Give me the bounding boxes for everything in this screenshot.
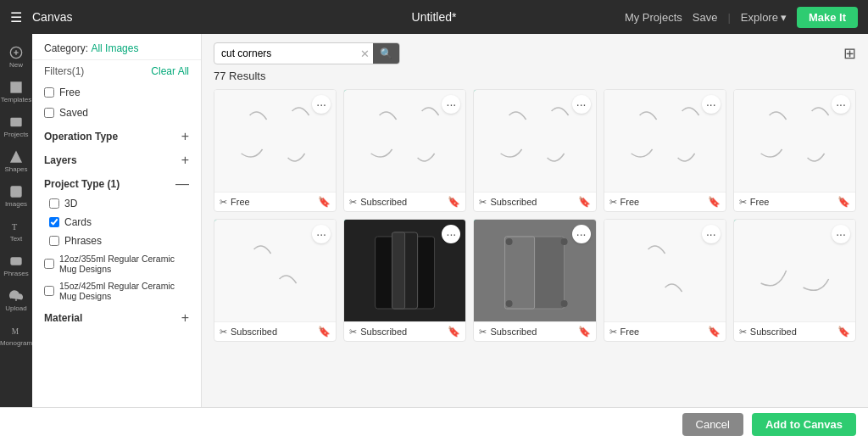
3d-checkbox[interactable]: [49, 198, 59, 209]
svg-text:T: T: [12, 222, 18, 232]
sidebar-item-templates[interactable]: Templates: [1, 75, 31, 109]
card-price: Subscribed: [231, 327, 277, 337]
material-expand[interactable]: +: [181, 311, 189, 325]
mug425-checkbox[interactable]: [44, 286, 54, 296]
filter-row: Filters(1) Clear All: [32, 59, 201, 82]
sidebar-item-images[interactable]: Images: [1, 180, 31, 213]
card-price: Subscribed: [360, 327, 407, 337]
mug355-checkbox[interactable]: [44, 259, 54, 269]
card-price: Free: [750, 197, 770, 207]
cut-icon: ✂: [220, 197, 227, 208]
card-price: Subscribed: [360, 197, 407, 207]
svg-rect-5: [11, 88, 15, 92]
makeit-button[interactable]: Make It: [797, 7, 858, 28]
card-more-button[interactable]: ···: [832, 225, 850, 243]
card-more-button[interactable]: ···: [832, 95, 850, 114]
sidebar-item-monogram[interactable]: M Monogram: [1, 319, 31, 352]
sidebar-item-new[interactable]: New: [1, 41, 31, 74]
bookmark-icon[interactable]: 🔖: [837, 196, 850, 208]
svg-point-10: [14, 189, 15, 191]
bookmark-icon[interactable]: 🔖: [708, 326, 721, 338]
template-card[interactable]: a ··· ✂ Subscribed 🔖: [343, 219, 466, 342]
operation-type-expand[interactable]: +: [181, 130, 189, 143]
bottom-bar: Cancel Add to Canvas: [0, 407, 868, 441]
svg-marker-8: [11, 152, 21, 162]
bookmark-icon[interactable]: 🔖: [318, 196, 331, 208]
svg-rect-6: [17, 88, 21, 92]
card-more-button[interactable]: ···: [702, 95, 721, 114]
sidebar-item-phrases[interactable]: Phrases: [1, 249, 31, 282]
sidebar-item-projects[interactable]: Projects: [1, 110, 31, 143]
bookmark-icon[interactable]: 🔖: [708, 196, 721, 208]
category-header: Category: All Images: [32, 34, 201, 59]
svg-point-23: [561, 238, 568, 245]
project-type-collapse[interactable]: —: [175, 177, 189, 191]
svg-rect-12: [11, 258, 21, 265]
item-3d: 3D: [32, 194, 201, 213]
cut-icon: ✂: [349, 197, 357, 208]
svg-rect-19: [392, 232, 405, 309]
card-price: Free: [620, 327, 640, 337]
clear-all-button[interactable]: Clear All: [151, 65, 189, 77]
template-card[interactable]: ··· ✂ Free 🔖: [604, 219, 726, 342]
save-button[interactable]: Save: [693, 11, 718, 24]
saved-label: Saved: [59, 107, 88, 119]
card-more-button[interactable]: ···: [702, 225, 721, 243]
template-card[interactable]: a ··· ✂ Subscribed 🔖: [733, 219, 856, 342]
svg-point-25: [561, 300, 568, 307]
svg-point-22: [506, 238, 513, 245]
cut-icon: ✂: [479, 197, 487, 208]
svg-rect-3: [11, 82, 15, 87]
card-price: Subscribed: [490, 327, 537, 337]
saved-checkbox[interactable]: [44, 108, 54, 118]
template-card[interactable]: a ··· ✂ Subscribed 🔖: [473, 89, 596, 212]
hamburger-icon[interactable]: ☰: [10, 9, 22, 25]
saved-checkbox-row: Saved: [32, 103, 201, 123]
divider: |: [727, 11, 730, 24]
template-card[interactable]: ··· ✂ Free 🔖: [604, 89, 726, 212]
free-checkbox[interactable]: [44, 87, 54, 98]
template-card[interactable]: ··· ✂ Free 🔖: [214, 89, 337, 212]
phrases-checkbox[interactable]: [49, 236, 59, 246]
template-card[interactable]: ··· ✂ Free 🔖: [733, 89, 856, 212]
template-grid: ··· ✂ Free 🔖 a ··· ✂: [202, 89, 868, 407]
item-mug-355: 12oz/355ml Regular Ceramic Mug Designs: [32, 250, 201, 277]
free-label: Free: [59, 87, 81, 98]
card-more-button[interactable]: ···: [572, 95, 591, 114]
bookmark-icon[interactable]: 🔖: [448, 326, 460, 338]
sidebar-item-shapes[interactable]: Shapes: [1, 145, 31, 178]
sidebar-item-text[interactable]: T Text: [1, 215, 31, 248]
icon-sidebar: New Templates Projects Shapes Images T T…: [0, 34, 32, 407]
document-title: Untitled*: [412, 10, 457, 24]
content-area: ✕ 🔍 ⊞ 77 Results ··· ✂ Free 🔖: [202, 34, 868, 407]
layers-expand[interactable]: +: [181, 154, 189, 167]
search-input[interactable]: [214, 43, 357, 64]
cut-icon: ✂: [220, 327, 227, 338]
cards-checkbox[interactable]: [49, 217, 59, 227]
explore-menu[interactable]: Explore ▾: [741, 11, 787, 24]
bookmark-icon[interactable]: 🔖: [318, 326, 331, 338]
sidebar-item-upload[interactable]: Upload: [1, 284, 31, 317]
bookmark-icon[interactable]: 🔖: [578, 196, 591, 208]
svg-rect-4: [17, 82, 21, 87]
card-more-button[interactable]: ···: [572, 225, 591, 243]
cut-icon: ✂: [739, 197, 747, 208]
add-to-canvas-button[interactable]: Add to Canvas: [752, 413, 856, 436]
template-card[interactable]: a ··· ✂ Subscribed 🔖: [214, 219, 337, 342]
template-card[interactable]: a ··· ✂ Subscribed: [473, 219, 596, 342]
cut-icon: ✂: [479, 327, 487, 338]
bookmark-icon[interactable]: 🔖: [837, 326, 850, 338]
cut-icon: ✂: [609, 197, 617, 208]
free-checkbox-row: Free: [32, 82, 201, 103]
template-card[interactable]: a ··· ✂ Subscribed 🔖: [343, 89, 466, 212]
cut-icon: ✂: [739, 327, 747, 338]
grid-toggle-button[interactable]: ⊞: [843, 44, 856, 63]
search-input-wrap: ✕ 🔍: [214, 42, 400, 64]
bookmark-icon[interactable]: 🔖: [578, 326, 591, 338]
cancel-button[interactable]: Cancel: [682, 413, 743, 436]
my-projects-link[interactable]: My Projects: [625, 11, 682, 24]
item-phrases: Phrases: [32, 232, 201, 250]
search-clear-button[interactable]: ✕: [357, 47, 373, 60]
bookmark-icon[interactable]: 🔖: [448, 196, 460, 208]
search-button[interactable]: 🔍: [373, 43, 399, 64]
